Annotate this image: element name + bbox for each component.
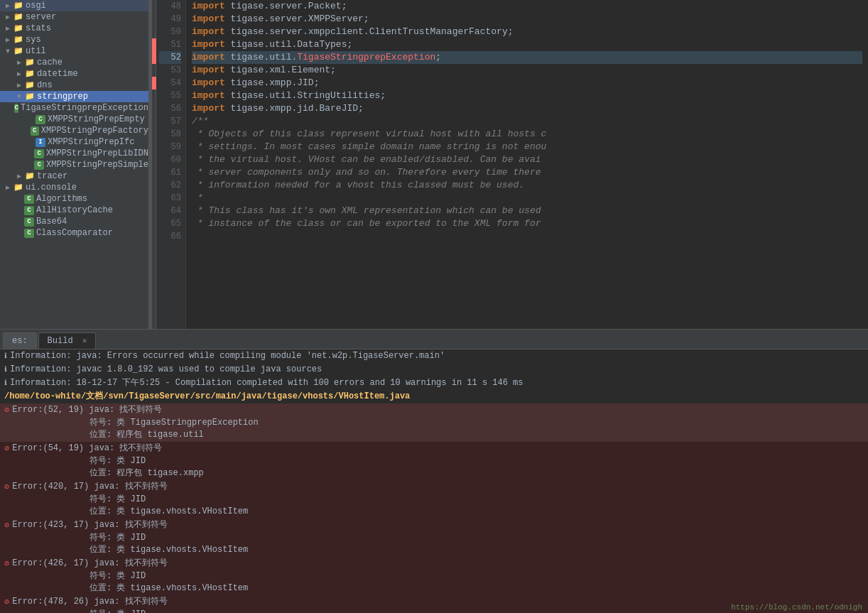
keyword-import: import xyxy=(192,1,225,11)
tree-item-ui.console[interactable]: ▶📁ui.console xyxy=(0,182,148,193)
code-line: import tigase.server.xmppclient.ClientTr… xyxy=(192,26,862,38)
keyword-import: import xyxy=(192,77,225,88)
code-text: tigase.util.DataTypes; xyxy=(225,39,352,50)
code-line: /** xyxy=(192,115,862,128)
build-info-line: ℹInformation: javac 1.8.0_192 was used t… xyxy=(0,363,868,376)
tree-item-XMPPStringPrepIfc[interactable]: IXMPPStringPrepIfc xyxy=(0,136,148,148)
code-line: import tigase.util.TigaseStringprepExcep… xyxy=(192,51,862,64)
tree-item-util[interactable]: ▼📁util xyxy=(0,45,148,57)
error-main: ⊘Error:(478, 26) java: 找不到符号 xyxy=(4,596,248,609)
class-c-badge: C xyxy=(24,195,34,204)
error-detail1: 符号: 类 JID xyxy=(4,494,248,506)
error-main: ⊘Error:(423, 17) java: 找不到符号 xyxy=(4,519,248,532)
tree-item-label: XMPPStringPrepLibIDN xyxy=(46,148,148,158)
code-text: tigase.xml.Element; xyxy=(225,65,336,75)
line-number: 59 xyxy=(159,141,181,153)
tree-item-label: AllHistoryCache xyxy=(36,205,113,215)
class-c-badge: C xyxy=(36,115,45,124)
line-number: 57 xyxy=(159,115,181,128)
error-block[interactable]: ⊘Error:(423, 17) java: 找不到符号符号: 类 JID位置:… xyxy=(0,519,868,557)
comment-text: * instance of the class or can be export… xyxy=(192,218,541,229)
tree-arrow-icon: ▶ xyxy=(14,70,24,78)
line-number: 55 xyxy=(159,89,181,102)
tree-item-XMPPStringPrepEmpty[interactable]: CXMPPStringPrepEmpty xyxy=(0,114,148,125)
error-detail1: 符号: 类 JID xyxy=(4,609,248,613)
tree-item-sys[interactable]: ▶📁sys xyxy=(0,34,148,45)
error-block[interactable]: ⊘Error:(52, 19) java: 找不到符号符号: 类 TigaseS… xyxy=(0,403,868,442)
comment-text: * server components only and so on. Ther… xyxy=(192,167,541,178)
line-number: 61 xyxy=(159,166,181,179)
error-main-text: Error:(423, 17) java: 找不到符号 xyxy=(12,519,167,531)
tree-item-datetime[interactable]: ▶📁datetime xyxy=(0,68,148,80)
comment-text: * settings. In most cases simple domain … xyxy=(192,141,546,152)
code-line: * settings. In most cases simple domain … xyxy=(192,141,862,153)
tab-es[interactable]: es: xyxy=(3,332,37,349)
code-line: * Objects of this class represent virtua… xyxy=(192,128,862,141)
tree-item-osgi[interactable]: ▶📁osgi xyxy=(0,0,148,11)
code-text: tigase.server.Packet; xyxy=(225,1,347,11)
line-number: 63 xyxy=(159,192,181,205)
tree-item-label: XMPPStringPrepSimple xyxy=(46,160,148,170)
code-text: tigase.xmpp.jid.BareJID; xyxy=(225,103,364,114)
tree-item-label: Base64 xyxy=(36,217,67,227)
keyword-import: import xyxy=(192,90,225,101)
code-line: import tigase.util.DataTypes; xyxy=(192,38,862,51)
tab-build[interactable]: Build ✕ xyxy=(38,332,97,349)
error-content: ⊘Error:(54, 19) java: 找不到符号符号: 类 JID位置: … xyxy=(4,443,204,479)
code-line: import tigase.xmpp.jid.BareJID; xyxy=(192,102,862,115)
tree-item-dns[interactable]: ▶📁dns xyxy=(0,80,148,91)
tree-item-label: XMPPStringPrepIfc xyxy=(48,137,134,147)
folder-icon: 📁 xyxy=(24,69,36,79)
tree-item-Base64[interactable]: CBase64 xyxy=(0,216,148,227)
code-line: import tigase.xml.Element; xyxy=(192,64,862,77)
code-line: * This class has it's own XML representa… xyxy=(192,205,862,217)
error-content: ⊘Error:(426, 17) java: 找不到符号符号: 类 JID位置:… xyxy=(4,558,248,595)
code-line: * the virtual host. VHost can be enabled… xyxy=(192,153,862,166)
error-icon: ⊘ xyxy=(4,597,9,609)
tree-item-server[interactable]: ▶📁server xyxy=(0,11,148,23)
filepath-text: /home/too-white/文档/svn/TigaseServer/src/… xyxy=(4,391,410,403)
code-text: tigase.util.StringUtilities; xyxy=(225,90,386,101)
tree-item-tracer[interactable]: ▶📁tracer xyxy=(0,170,148,182)
error-detail1: 符号: 类 TigaseStringprepException xyxy=(4,417,259,429)
comment-text: * This class has it's own XML representa… xyxy=(192,205,541,216)
tab-close-icon[interactable]: ✕ xyxy=(82,337,87,345)
code-line: import tigase.server.XMPPServer; xyxy=(192,13,862,26)
error-detail1: 符号: 类 JID xyxy=(4,455,204,467)
error-block[interactable]: ⊘Error:(420, 17) java: 找不到符号符号: 类 JID位置:… xyxy=(0,480,868,519)
code-line: import tigase.server.Packet; xyxy=(192,0,862,13)
tree-item-cache[interactable]: ▶📁cache xyxy=(0,57,148,68)
comment-text: * Objects of this class represent virtua… xyxy=(192,129,546,139)
error-detail2: 位置: 类 tigase.vhosts.VHostItem xyxy=(4,582,248,595)
folder-icon: 📁 xyxy=(13,23,24,33)
editor-area: 48495051525354555657585960616263646566 i… xyxy=(152,0,868,329)
comment-text: * the virtual host. VHost can be enabled… xyxy=(192,154,541,165)
tree-item-XMPPStringPrepSimple[interactable]: CXMPPStringPrepSimple xyxy=(0,159,148,170)
blog-url: https://blog.csdn.net/odnigh xyxy=(731,603,862,612)
tree-item-XMPPStringPrepLibIDN[interactable]: CXMPPStringPrepLibIDN xyxy=(0,148,148,159)
tree-item-label: TigaseStringprepException xyxy=(21,103,148,113)
tree-arrow-icon: ▶ xyxy=(14,172,24,180)
tree-item-label: util xyxy=(26,46,46,56)
tree-arrow-icon: ▶ xyxy=(3,183,13,192)
tree-item-label: XMPPStringPrepFactory xyxy=(41,126,148,136)
error-icon: ⊘ xyxy=(4,443,9,455)
line-number: 52 xyxy=(159,51,181,64)
folder-icon: 📁 xyxy=(13,12,24,22)
class-c-badge: C xyxy=(24,217,34,227)
tree-item-AllHistoryCache[interactable]: CAllHistoryCache xyxy=(0,205,148,216)
code-line: import tigase.xmpp.JID; xyxy=(192,77,862,89)
tree-arrow-icon: ▶ xyxy=(3,1,13,10)
tree-item-XMPPStringPrepFactory[interactable]: CXMPPStringPrepFactory xyxy=(0,125,148,136)
tree-item-Algorithms[interactable]: CAlgorithms xyxy=(0,193,148,205)
error-block[interactable]: ⊘Error:(54, 19) java: 找不到符号符号: 类 JID位置: … xyxy=(0,442,868,480)
info-icon: ℹ xyxy=(4,364,7,376)
tree-item-stats[interactable]: ▶📁stats xyxy=(0,23,148,34)
folder-icon: 📁 xyxy=(24,58,36,67)
error-block[interactable]: ⊘Error:(426, 17) java: 找不到符号符号: 类 JID位置:… xyxy=(0,557,868,595)
tree-item-ClassComparator[interactable]: CClassComparator xyxy=(0,227,148,239)
class-c-badge: C xyxy=(24,206,34,215)
tree-item-TigaseStringprepException[interactable]: CTigaseStringprepException xyxy=(0,102,148,114)
tree-item-stringprep[interactable]: ▼📁stringprep xyxy=(0,91,148,102)
line-number: 58 xyxy=(159,128,181,141)
